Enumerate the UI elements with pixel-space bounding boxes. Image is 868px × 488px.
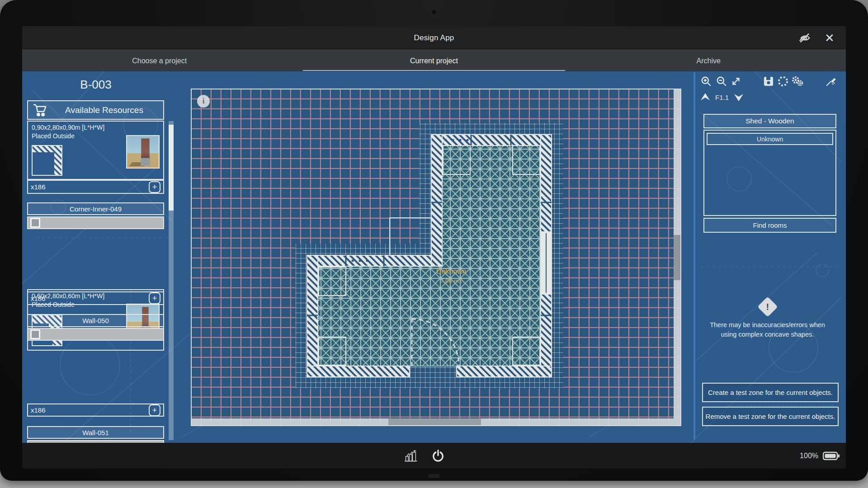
tab-archive[interactable]: Archive bbox=[571, 50, 846, 71]
title-bar: Design App ✕ bbox=[22, 26, 846, 50]
available-resources-label: Available Resources bbox=[48, 105, 163, 115]
corner-outer-diagram bbox=[32, 145, 62, 177]
save-icon[interactable] bbox=[762, 75, 775, 88]
resource-count: x186 bbox=[31, 295, 46, 302]
floor-navigation: F1.1 bbox=[699, 91, 745, 103]
project-code: B-003 bbox=[24, 78, 168, 92]
resource-thumbnail bbox=[126, 135, 160, 169]
tab-choose-project[interactable]: Choose a project bbox=[22, 50, 297, 71]
visibility-off-icon[interactable] bbox=[799, 32, 811, 44]
resource-count: x186 bbox=[31, 406, 46, 414]
clean-broom-icon[interactable] bbox=[825, 75, 837, 88]
available-resources-header[interactable]: Available Resources bbox=[27, 100, 164, 120]
resource-checkbox[interactable] bbox=[30, 218, 40, 228]
sidebar-scrollbar-thumb[interactable] bbox=[169, 125, 174, 211]
resource-count: x186 bbox=[31, 183, 46, 191]
floorplan-drawing bbox=[192, 89, 680, 425]
resource-count-row: x186 + bbox=[27, 180, 164, 194]
resource-card: 0,90x2,80x0,90m [L*H*W] Placed Outside bbox=[27, 121, 164, 180]
sidebar-scrollbar[interactable] bbox=[169, 121, 174, 440]
blueprint-canvas[interactable]: i Unknown 7,00 m2 bbox=[191, 89, 681, 426]
resource-placement: Placed Outside bbox=[32, 132, 75, 140]
resource-title-wall-050[interactable]: Wall-050 bbox=[27, 314, 164, 327]
tab-bar: Choose a project Current project Archive bbox=[22, 50, 846, 71]
resource-dimensions: 0,90x2,80x0,90m [L*H*W] bbox=[32, 124, 104, 131]
remove-test-zone-button[interactable]: Remove a test zone for the current objec… bbox=[702, 407, 839, 426]
cart-icon bbox=[33, 103, 48, 117]
bezel-accent bbox=[428, 474, 440, 478]
floor-down-icon[interactable] bbox=[732, 91, 745, 103]
webcam-dot bbox=[431, 9, 437, 15]
resource-checkbox[interactable] bbox=[30, 329, 40, 339]
bottom-bar: 100% bbox=[22, 443, 846, 469]
settings-gears-icon[interactable] bbox=[791, 75, 804, 88]
resource-count-row: x186 + bbox=[27, 291, 164, 305]
app-screen: Design App ✕ Choose a project Current bbox=[22, 26, 846, 469]
add-resource-button[interactable]: + bbox=[149, 292, 160, 304]
floor-up-icon[interactable] bbox=[699, 91, 712, 103]
add-resource-button[interactable]: + bbox=[149, 181, 160, 193]
canvas-vertical-scrollbar[interactable] bbox=[674, 89, 680, 425]
resources-sidebar: B-003 Available Resources 0,90x2,80x0,90… bbox=[24, 71, 175, 443]
room-list: Unknown bbox=[703, 130, 836, 216]
close-icon[interactable]: ✕ bbox=[823, 32, 836, 44]
resource-drag-bar bbox=[27, 216, 164, 229]
create-test-zone-button[interactable]: Create a test zone for the current objec… bbox=[702, 383, 839, 402]
floor-label: F1.1 bbox=[715, 94, 729, 101]
room-list-item[interactable]: Unknown bbox=[707, 133, 833, 145]
warning-line2: using complex concave shapes. bbox=[693, 330, 841, 339]
loading-spinner-icon[interactable] bbox=[777, 75, 789, 88]
tab-current-project[interactable]: Current project bbox=[297, 50, 571, 71]
resource-count-row: x186 + bbox=[27, 404, 164, 417]
warning-line1: There may be inaccuracies/errors when bbox=[693, 320, 841, 330]
battery-percent: 100% bbox=[800, 452, 818, 460]
battery-icon bbox=[823, 451, 840, 461]
canvas-horizontal-scrollbar-thumb[interactable] bbox=[388, 418, 481, 425]
zoom-in-icon[interactable] bbox=[700, 75, 712, 88]
canvas-horizontal-scrollbar[interactable] bbox=[192, 418, 674, 425]
resource-drag-bar bbox=[27, 328, 164, 341]
resize-icon[interactable] bbox=[730, 75, 742, 88]
app-title: Design App bbox=[414, 33, 454, 42]
add-resource-button[interactable]: + bbox=[149, 404, 160, 416]
shed-panel: Shed - Wooden Unknown Find rooms bbox=[703, 114, 836, 233]
resource-title-wall-051[interactable]: Wall-051 bbox=[27, 426, 164, 439]
power-icon[interactable] bbox=[431, 449, 445, 463]
panel-divider bbox=[693, 72, 695, 439]
main-area: B-003 Available Resources 0,90x2,80x0,90… bbox=[22, 71, 846, 443]
monitor-bezel: Design App ✕ Choose a project Current bbox=[0, 0, 868, 481]
tools-panel: F1.1 Shed - Wooden Unknown Find rooms ! bbox=[693, 71, 841, 443]
construction-site-icon[interactable] bbox=[404, 450, 418, 462]
find-rooms-button[interactable]: Find rooms bbox=[703, 218, 836, 233]
resource-title-corner-inner-049[interactable]: Corner-Inner-049 bbox=[27, 202, 164, 215]
concave-warning: ! There may be inaccuracies/errors when … bbox=[693, 300, 841, 339]
zoom-out-icon[interactable] bbox=[715, 75, 728, 88]
canvas-vertical-scrollbar-thumb[interactable] bbox=[674, 235, 680, 280]
info-icon[interactable]: i bbox=[197, 95, 210, 108]
warning-icon: ! bbox=[757, 296, 778, 317]
shed-panel-title: Shed - Wooden bbox=[703, 114, 836, 128]
